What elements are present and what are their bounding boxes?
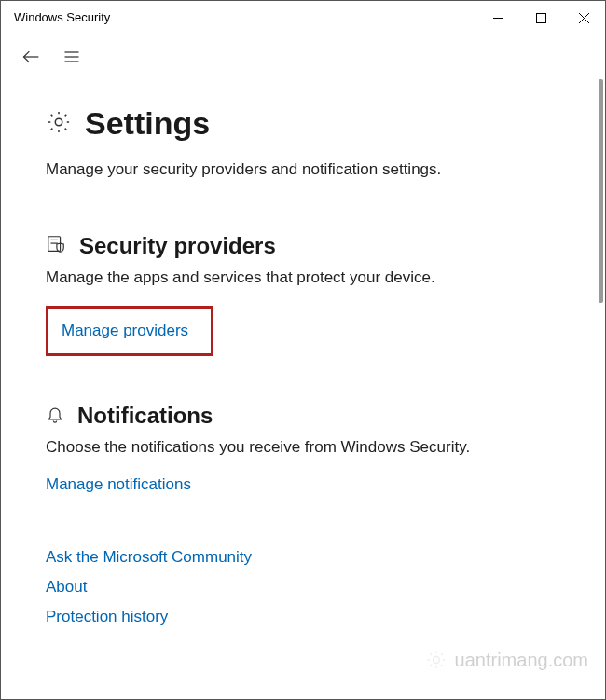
maximize-button[interactable] (519, 1, 562, 34)
section-header: Notifications (46, 403, 560, 429)
titlebar: Windows Security (1, 1, 605, 34)
ask-community-link[interactable]: Ask the Microsoft Community (46, 548, 560, 567)
gear-icon (46, 109, 72, 139)
about-link[interactable]: About (46, 578, 560, 597)
footer-links: Ask the Microsoft Community About Protec… (46, 548, 560, 626)
menu-button[interactable] (53, 38, 90, 75)
security-providers-section: Security providers Manage the apps and s… (46, 233, 560, 356)
page-subtitle: Manage your security providers and notif… (46, 160, 560, 179)
notifications-desc: Choose the notifications you receive fro… (46, 438, 560, 457)
minimize-button[interactable] (476, 1, 519, 34)
scrollbar[interactable] (599, 79, 603, 303)
bell-icon (46, 405, 64, 427)
svg-rect-1 (536, 13, 545, 22)
window-title: Windows Security (1, 10, 476, 24)
manage-providers-link[interactable]: Manage providers (62, 322, 188, 340)
shield-checklist-icon (46, 234, 66, 258)
page-title: Settings (85, 105, 210, 142)
protection-history-link[interactable]: Protection history (46, 608, 560, 626)
svg-point-8 (55, 118, 62, 125)
window-controls (476, 1, 605, 34)
notifications-title: Notifications (77, 403, 213, 429)
section-header: Security providers (46, 233, 560, 259)
highlight-box: Manage providers (46, 306, 213, 356)
toolbar (1, 34, 605, 79)
page-header: Settings (46, 105, 560, 142)
close-button[interactable] (562, 1, 605, 34)
security-desc: Manage the apps and services that protec… (46, 268, 560, 287)
notifications-section: Notifications Choose the notifications y… (46, 403, 560, 494)
back-button[interactable] (12, 38, 49, 75)
security-title: Security providers (79, 233, 276, 259)
manage-notifications-link[interactable]: Manage notifications (46, 475, 191, 494)
content: Settings Manage your security providers … (1, 79, 605, 699)
